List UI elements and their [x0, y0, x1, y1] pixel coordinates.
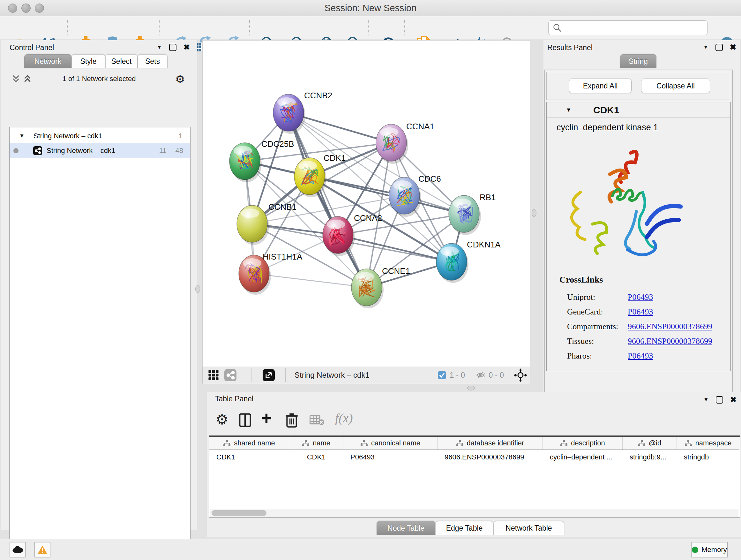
node-HIST1H1A[interactable]: HIST1H1A — [239, 252, 302, 295]
scrollbar-thumb[interactable] — [212, 510, 266, 516]
table-header-row: shared namenamecanonical namedatabase id… — [209, 437, 739, 450]
column-header-label: @id — [649, 439, 661, 447]
memory-status-dot-icon — [692, 547, 698, 553]
toolbar-separator — [368, 20, 368, 36]
float-panel-icon[interactable] — [716, 44, 723, 51]
node-label-CDK1: CDK1 — [324, 153, 346, 163]
crosslink-value[interactable]: 9606.ENSP00000378699 — [628, 322, 712, 331]
collection-count: 1 — [179, 132, 183, 140]
add-column-plus-icon[interactable]: + — [261, 408, 272, 429]
hierarchy-icon — [456, 440, 464, 447]
column-header-description[interactable]: description — [543, 437, 623, 449]
column-header-canonical-name[interactable]: canonical name — [343, 437, 437, 449]
grid-view-icon[interactable] — [208, 370, 219, 381]
column-header-label: shared name — [234, 439, 275, 447]
table-cell[interactable]: stringdb — [677, 450, 739, 464]
table-cell[interactable]: P06493 — [343, 450, 437, 464]
tab-network-table[interactable]: Network Table — [493, 521, 564, 535]
tab-node-table[interactable]: Node Table — [377, 521, 435, 535]
network-canvas[interactable]: CCNB2CCNA1CDC25BCDK1CDC6RB1CCNB1CCNA2CDK… — [202, 40, 530, 367]
table-row[interactable]: CDK1CDK1P064939606.ENSP00000378699cyclin… — [209, 450, 739, 464]
table-gear-icon[interactable]: ⚙ — [216, 411, 228, 428]
node-CCNB1[interactable]: CCNB1 — [237, 202, 296, 245]
node-CCNE1[interactable]: CCNE1 — [351, 266, 410, 308]
crosslink-value[interactable]: P06493 — [628, 351, 653, 361]
node-RB1[interactable]: RB1 — [449, 192, 496, 235]
tab-select[interactable]: Select — [105, 54, 138, 68]
hierarchy-icon — [684, 440, 692, 447]
bottom-splitter-handle[interactable] — [467, 386, 475, 390]
search-input[interactable] — [564, 23, 707, 32]
collapse-panel-icon[interactable]: ▼ — [703, 44, 709, 51]
node-CDKN1A[interactable]: CDKN1A — [436, 240, 501, 283]
collapse-panel-icon[interactable]: ▼ — [703, 396, 709, 403]
column-header-label: canonical name — [371, 439, 420, 447]
column-header-database-identifier[interactable]: database identifier — [437, 437, 543, 449]
right-splitter-handle[interactable] — [532, 209, 536, 217]
float-panel-icon[interactable] — [716, 396, 723, 403]
toolbar-separator — [249, 20, 250, 36]
hierarchy-icon — [638, 440, 646, 447]
collection-name: String Network – cdk1 — [33, 132, 102, 140]
node-CCNB2[interactable]: CCNB2 — [273, 91, 332, 134]
tab-network[interactable]: Network — [24, 54, 71, 68]
collapse-panel-icon[interactable]: ▼ — [157, 44, 162, 51]
memory-button[interactable]: Memory — [691, 542, 728, 557]
crosslink-value[interactable]: P06493 — [628, 293, 653, 302]
node-label-CDKN1A: CDKN1A — [467, 240, 501, 249]
crosslink-value[interactable]: P06493 — [628, 307, 653, 316]
hidden-eye-icon[interactable] — [476, 370, 486, 380]
close-panel-icon[interactable]: ✖ — [730, 44, 736, 51]
collection-expand-triangle-icon[interactable]: ▼ — [19, 133, 24, 139]
search-box — [548, 20, 708, 35]
node-CDC25B[interactable]: CDC25B — [229, 139, 294, 182]
tab-edge-table[interactable]: Edge Table — [435, 521, 493, 535]
collapse-all-button[interactable]: Collapse All — [641, 78, 710, 93]
node-CCNA1[interactable]: CCNA1 — [376, 122, 434, 164]
float-panel-icon[interactable] — [169, 44, 177, 51]
network-options-gear-icon[interactable]: ⚙ — [175, 73, 185, 85]
table-cell[interactable]: cyclin–dependent ... — [543, 450, 623, 464]
node-label-CCNE1: CCNE1 — [382, 266, 410, 276]
table-cell[interactable]: CDK1 — [209, 450, 289, 464]
column-header--id[interactable]: @id — [623, 437, 677, 449]
node-CDK1[interactable]: CDK1 — [294, 153, 346, 197]
crosslink-label: Pharos: — [567, 349, 628, 363]
table-cell[interactable]: 9606.ENSP00000378699 — [437, 450, 543, 464]
close-panel-icon[interactable]: ✖ — [730, 396, 737, 403]
card-collapse-triangle-icon[interactable]: ▼ — [566, 107, 571, 113]
tab-style[interactable]: Style — [71, 54, 105, 68]
network-row[interactable]: String Network – cdk1 11 48 — [10, 143, 190, 158]
warning-icon — [37, 545, 48, 555]
node-CDC6[interactable]: CDC6 — [389, 174, 441, 217]
node-table: shared namenamecanonical namedatabase id… — [209, 435, 740, 517]
crosslink-row: GeneCard:P06493 — [567, 305, 712, 319]
window-title: Session: New Session — [0, 3, 741, 13]
crosslink-label: GeneCard: — [567, 305, 628, 319]
table-cell[interactable]: stringdb:9... — [623, 450, 677, 464]
cloud-status-button[interactable] — [10, 542, 25, 557]
show-columns-icon[interactable] — [239, 413, 252, 427]
crosslink-value[interactable]: 9606.ENSP00000378699 — [628, 336, 712, 346]
warnings-button[interactable] — [35, 542, 51, 557]
table-cell[interactable]: CDK1 — [289, 450, 343, 464]
control-panel: Control Panel ▼ ✖ Network Style Select S… — [1, 40, 197, 530]
tab-string[interactable]: String — [620, 54, 657, 68]
protein-card-header[interactable]: ▼ CDK1 — [547, 102, 731, 118]
column-header-name[interactable]: name — [289, 437, 343, 449]
tab-sets[interactable]: Sets — [138, 54, 167, 68]
crosshair-move-icon[interactable] — [514, 368, 527, 382]
left-splitter-handle[interactable] — [195, 285, 200, 293]
close-panel-icon[interactable]: ✖ — [184, 44, 190, 51]
expand-all-button[interactable]: Expand All — [569, 78, 631, 93]
birdseye-toggle-icon[interactable] — [263, 369, 275, 381]
selected-checkbox-icon[interactable] — [437, 371, 447, 380]
column-header-shared-name[interactable]: shared name — [209, 437, 289, 449]
delete-trash-icon[interactable] — [285, 413, 298, 428]
network-share-gray-icon[interactable] — [224, 369, 237, 381]
node-label-CCNB1: CCNB1 — [268, 202, 296, 212]
network-collection-row[interactable]: ▼ String Network – cdk1 1 — [10, 129, 190, 143]
network-graph[interactable]: CCNB2CCNA1CDC25BCDK1CDC6RB1CCNB1CCNA2CDK… — [203, 41, 530, 367]
horizontal-scrollbar[interactable] — [210, 509, 738, 517]
column-header-namespace[interactable]: namespace — [677, 437, 739, 449]
